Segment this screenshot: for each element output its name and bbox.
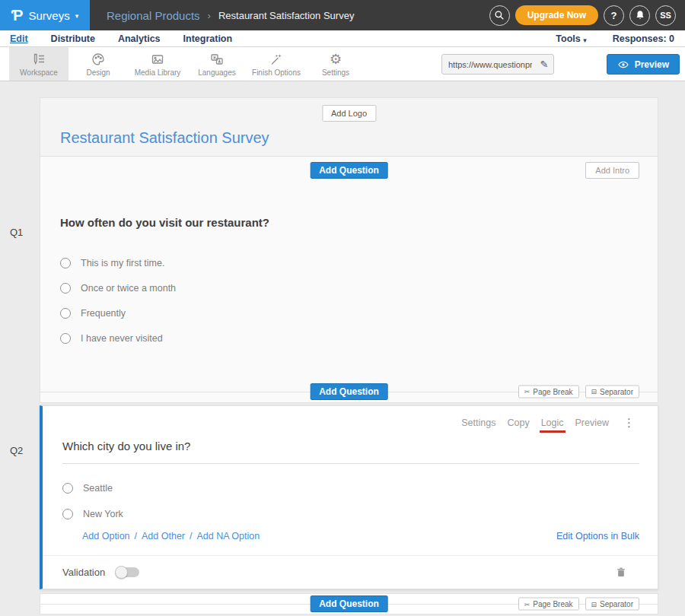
add-question-button[interactable]: Add Question — [310, 595, 388, 612]
tools-menu[interactable]: Tools ▾ — [556, 33, 586, 44]
question-text[interactable]: How often do you visit our restaurant? — [60, 216, 269, 229]
option-row: This is my first time. — [60, 250, 176, 275]
add-question-row-mid: Add Question ✂ Page Break ⊟ Separator — [40, 379, 658, 403]
search-button[interactable] — [489, 5, 510, 26]
delete-question-button[interactable] — [615, 566, 627, 579]
tab-distribute[interactable]: Distribute — [51, 33, 95, 44]
separator-icon: ⊟ — [591, 600, 597, 608]
edit-url-pencil-icon[interactable]: ✎ — [535, 59, 553, 70]
question-text-input[interactable]: Which city do you live in? — [62, 440, 639, 464]
survey-canvas: Q1 Q2 Add Logo Restaurant Satisfaction S… — [0, 81, 685, 616]
tab-analytics[interactable]: Analytics — [118, 33, 161, 44]
question-q2-card[interactable]: Settings Copy Logic Preview ⋮ Which city… — [40, 405, 658, 589]
edit-options-in-bulk-link[interactable]: Edit Options in Bulk — [556, 531, 639, 541]
add-question-row-top: Add Question Add Intro — [40, 157, 658, 183]
add-question-button[interactable]: Add Question — [310, 162, 388, 179]
search-icon — [494, 10, 505, 21]
survey-url-field: ✎ — [441, 54, 554, 75]
option-label[interactable]: This is my first time. — [81, 258, 164, 268]
question-q1[interactable]: How often do you visit our restaurant? T… — [40, 183, 658, 379]
add-question-button[interactable]: Add Question — [310, 383, 388, 400]
radio-button[interactable] — [60, 333, 71, 344]
option-label[interactable]: Once or twice a month — [81, 283, 176, 294]
option-label[interactable]: New York — [83, 509, 123, 519]
palette-icon — [91, 52, 106, 67]
add-na-option-link[interactable]: Add NA Option — [197, 531, 260, 541]
breadcrumb-folder[interactable]: Regional Products — [107, 9, 200, 22]
option-label[interactable]: Frequently — [81, 308, 126, 319]
preview-button[interactable]: Preview — [607, 54, 680, 75]
upgrade-now-button[interactable]: Upgrade Now — [515, 5, 598, 25]
page-break-button[interactable]: ✂ Page Break — [518, 598, 579, 611]
toolbar-item-workspace[interactable]: Workspace — [9, 47, 68, 81]
toolbar-item-media-library[interactable]: Media Library — [128, 47, 187, 81]
option-label[interactable]: I have never visited — [81, 333, 163, 344]
add-intro-button[interactable]: Add Intro — [585, 162, 639, 179]
add-option-link[interactable]: Add Option — [82, 531, 130, 541]
validation-row: Validation — [43, 555, 658, 589]
question-preview-button[interactable]: Preview — [575, 418, 609, 428]
questionpro-logo-icon: Ƥ — [11, 8, 24, 23]
separator-label: Separator — [600, 600, 633, 608]
toolbar-item-label: Media Library — [135, 68, 181, 77]
toggle-knob — [115, 566, 128, 579]
toolbar-item-languages[interactable]: Languages — [187, 47, 247, 81]
breadcrumb: Regional Products › Restaurant Satisfact… — [107, 9, 354, 22]
tab-integration[interactable]: Integration — [183, 33, 233, 44]
option-row: Seattle — [62, 475, 123, 501]
radio-button[interactable] — [60, 308, 71, 319]
question-copy-button[interactable]: Copy — [507, 418, 529, 428]
page-break-icon: ✂ — [524, 388, 530, 395]
gear-icon: ⚙ — [330, 52, 342, 67]
breadcrumb-separator-icon: › — [208, 10, 211, 21]
page-break-label: Page Break — [533, 387, 572, 395]
image-icon — [150, 52, 165, 67]
option-row: Once or twice a month — [60, 275, 176, 300]
notifications-button[interactable] — [629, 5, 650, 26]
radio-button[interactable] — [60, 258, 71, 268]
survey-url-input[interactable] — [442, 60, 535, 69]
toolbar-item-label: Finish Options — [252, 68, 301, 77]
answer-options: This is my first time. Once or twice a m… — [60, 250, 176, 351]
editor-toolbar: Workspace Design Media Library Languages… — [0, 47, 685, 81]
workspace-icon — [31, 52, 46, 67]
add-question-strip-bottom: Add Question ✂ Page Break ⊟ Separator — [40, 593, 658, 614]
toolbar-item-design[interactable]: Design — [68, 47, 128, 81]
add-option-links: Add Option / Add Other / Add NA Option — [82, 531, 260, 541]
radio-button[interactable] — [60, 283, 71, 294]
surveys-product-menu[interactable]: Ƥ Surveys ▾ — [0, 0, 90, 30]
tab-edit[interactable]: Edit — [10, 33, 28, 44]
option-label[interactable]: Seattle — [83, 483, 113, 494]
question-settings-button[interactable]: Settings — [461, 418, 495, 428]
page-break-button[interactable]: ✂ Page Break — [518, 385, 579, 398]
toolbar-item-finish-options[interactable]: Finish Options — [247, 47, 306, 81]
question-number-q2: Q2 — [10, 445, 23, 456]
breadcrumb-survey-name: Restaurant Satisfaction Survey — [218, 10, 354, 21]
radio-button[interactable] — [62, 483, 73, 494]
add-logo-button[interactable]: Add Logo — [322, 105, 376, 122]
toolbar-item-settings[interactable]: ⚙ Settings — [306, 47, 365, 81]
avatar-initials: SS — [660, 11, 671, 20]
avatar[interactable]: SS — [655, 5, 676, 26]
question-menu: Settings Copy Logic Preview ⋮ — [461, 417, 635, 428]
responses-count: Responses: 0 — [613, 33, 674, 44]
page-break-icon: ✂ — [524, 600, 530, 608]
kebab-menu-icon[interactable]: ⋮ — [623, 417, 635, 428]
nav-right: Tools ▾ Responses: 0 — [556, 33, 674, 44]
separator-button[interactable]: ⊟ Separator — [585, 598, 639, 611]
survey-title[interactable]: Restaurant Satisfaction Survey — [60, 129, 269, 147]
toolbar-item-label: Workspace — [20, 68, 58, 77]
survey-header: Add Logo Restaurant Satisfaction Survey — [40, 98, 658, 157]
separator-button[interactable]: ⊟ Separator — [585, 385, 639, 398]
radio-button[interactable] — [62, 509, 73, 519]
question-logic-button[interactable]: Logic — [541, 418, 564, 428]
section-nav: Edit Distribute Analytics Integration To… — [0, 30, 685, 47]
survey-card: Add Logo Restaurant Satisfaction Survey … — [40, 97, 658, 403]
answer-options: Seattle New York — [62, 475, 123, 527]
topbar-actions: Upgrade Now ? SS — [489, 0, 676, 30]
logic-label: Logic — [541, 418, 564, 428]
toolbar-item-label: Settings — [322, 68, 349, 77]
add-other-link[interactable]: Add Other — [142, 531, 185, 541]
validation-toggle[interactable] — [116, 567, 139, 577]
help-button[interactable]: ? — [604, 5, 624, 26]
